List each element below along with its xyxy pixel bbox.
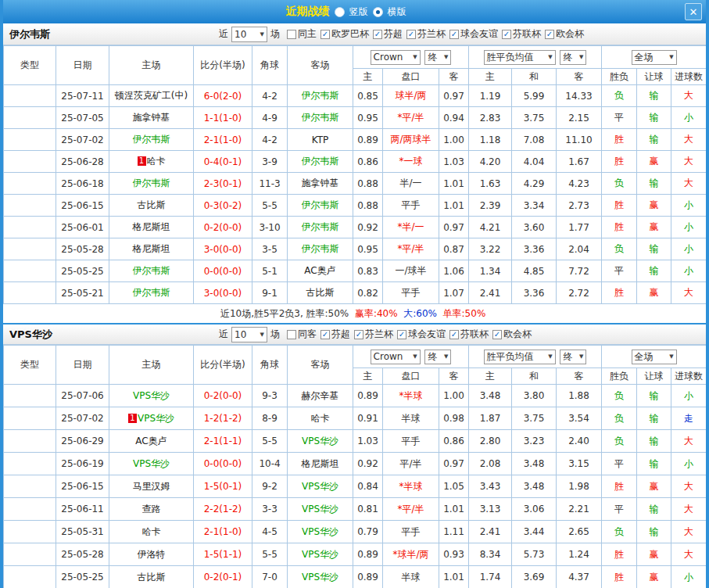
filter-checkbox-checked[interactable]: ✓球会友谊 [397,328,446,341]
filter-checkbox-unchecked[interactable]: 同客 [287,328,317,341]
odds-home: 0.92 [353,217,383,238]
close-icon[interactable]: ✕ [685,3,702,20]
col-date: 日期 [56,346,109,385]
home-team: 古比斯 [109,566,194,588]
chevron-down-icon: ▼ [260,31,264,38]
avg-away-odds: 2.15 [557,107,602,129]
checkbox-icon [287,30,296,39]
away-team: 古比斯 [288,282,353,304]
handicap-line: 平手 [383,521,439,543]
filter-checkbox-checked[interactable]: ✓欧会杯 [492,328,532,341]
avg-odds-select[interactable]: 胜平负均值▼ [484,350,556,364]
chevron-down-icon: ▼ [444,54,448,60]
radio-horizontal-label[interactable]: 横版 [388,5,406,19]
avg-away-odds: 2.65 [557,521,602,543]
home-team: 伊尔韦斯 [109,173,194,195]
radio-vertical-label[interactable]: 竖版 [349,5,368,19]
odds-company-select[interactable]: Crown▼ [371,350,421,364]
handicap-line: 球半/两 [383,85,439,107]
score: 0-2(0-1) [194,566,252,588]
filter-checkbox-checked[interactable]: ✓芬兰杯 [406,27,446,41]
match-date: 25-05-31 [56,521,109,543]
filter-checkbox-checked[interactable]: ✓球会友谊 [449,27,498,41]
corner-score: 5-5 [252,195,288,217]
avg-away-odds: 2.72 [557,282,602,304]
avg-draw-odds: 3.36 [512,282,557,304]
match-row: 芬超25-06-18伊尔韦斯2-3(0-1)11-3施拿钟基0.88半/一1.0… [4,173,707,195]
odds-home: 0.83 [353,260,383,282]
checkbox-label: 欧会杯 [556,27,584,41]
corner-score: 9-1 [252,282,288,304]
subcol-odds-away: 客 [439,368,469,385]
odds-away: 0.93 [439,543,469,566]
handicap-result: 输 [637,498,671,521]
avg-stage-select[interactable]: 终▼ [560,50,586,65]
avg-stage-select[interactable]: 终▼ [560,350,586,364]
match-date: 25-05-25 [56,260,109,282]
handicap-line: 半球 [383,566,439,588]
avg-draw-odds: 3.69 [512,566,557,588]
league-type: 芬超 [4,129,56,151]
odds-company-select[interactable]: Crown▼ [371,50,421,65]
goals-result: 小 [671,453,707,475]
full-match-select[interactable]: 全场▼ [632,50,677,65]
handicap-result: 赢 [637,566,671,588]
match-result: 平 [602,107,637,129]
handicap-result: 赢 [637,151,671,173]
corner-score: 3-5 [252,238,288,260]
subcol-avg-draw: 和 [512,368,557,385]
summary-part: 赢率:40% [355,307,403,321]
corner-score: 7-0 [252,566,288,588]
score: 2-3(0-1) [194,173,252,195]
filter-checkbox-checked[interactable]: ✓芬兰杯 [354,328,393,341]
odds-stage-select[interactable]: 终▼ [424,50,451,65]
handicap-result: 输 [637,129,671,151]
handicap-line: *球半/两 [383,543,439,566]
odds-stage-select[interactable]: 终▼ [424,350,451,364]
match-count-select[interactable]: 10 ▼ [231,327,267,342]
checkbox-label: 同主 [298,27,317,41]
avg-home-odds: 1.74 [469,566,512,588]
match-row: 芬超25-07-06VPS华沙0-2(0-0)9-3赫尔辛基0.89*半球1.0… [4,385,707,407]
handicap-line: 平/半 [383,453,439,475]
filter-checkbox-checked[interactable]: ✓芬超 [373,27,403,41]
avg-odds-select[interactable]: 胜平负均值▼ [484,50,556,65]
radio-vertical[interactable] [335,7,345,17]
match-result: 胜 [602,151,637,173]
score: 0-2(0-0) [194,217,252,238]
subcol-odds-home: 主 [353,368,383,385]
match-date: 25-06-15 [56,195,109,217]
filter-checkbox-unchecked[interactable]: 同主 [287,27,317,41]
odds-away: 1.01 [439,566,469,588]
handicap-line: *平/半 [383,238,439,260]
match-date: 25-06-18 [56,173,109,195]
odds-home: 1.03 [353,430,383,453]
odds-away: 0.98 [439,407,469,430]
corner-score: 11-3 [252,173,288,195]
avg-home-odds: 3.48 [469,385,512,407]
home-team: VPS华沙 [109,385,194,407]
away-team: VPS华沙 [288,566,353,588]
match-row: 芬超25-06-15古比斯0-3(0-2)5-5伊尔韦斯0.88平手1.012.… [4,195,707,217]
odds-away: 1.00 [439,129,469,151]
filter-checkbox-checked[interactable]: ✓欧罗巴杯 [320,27,369,41]
odds-home: 0.85 [353,85,383,107]
away-team: 伊尔韦斯 [288,107,353,129]
col-date: 日期 [56,46,109,85]
odds-group-header: Crown▼ 终▼ [353,346,469,368]
filter-checkbox-checked[interactable]: ✓欧会杯 [545,27,584,41]
avg-draw-odds: 3.48 [512,453,557,475]
checkbox-label: 芬兰杯 [365,328,393,341]
subcol-let: 让球 [637,368,671,385]
chevron-down-icon: ▼ [548,54,552,60]
league-type: 芬超 [4,260,56,282]
filter-checkbox-checked[interactable]: ✓芬联杯 [449,328,489,341]
chevron-down-icon: ▼ [444,353,448,360]
radio-horizontal[interactable] [373,7,383,17]
filter-checkbox-checked[interactable]: ✓芬超 [320,328,350,341]
filter-checkbox-checked[interactable]: ✓芬联杯 [502,27,541,41]
match-count-select[interactable]: 10 ▼ [231,27,267,42]
avg-draw-odds: 3.06 [512,498,557,521]
full-match-select[interactable]: 全场▼ [632,350,677,364]
avg-home-odds: 1.18 [469,129,512,151]
